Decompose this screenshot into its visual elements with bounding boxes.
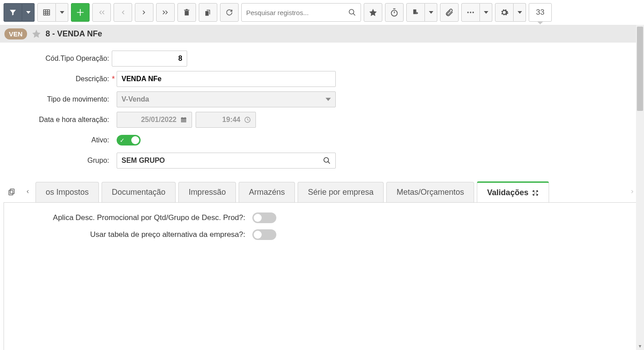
input-cod-tipo[interactable]	[112, 51, 187, 67]
tab-impostos[interactable]: os Impostos	[35, 182, 99, 202]
chevron-double-left-icon	[98, 8, 106, 16]
select-value: V-Venda	[122, 95, 149, 103]
grid-view-button[interactable]	[37, 3, 56, 22]
label-tipo-movimento: Tipo de movimento:	[9, 95, 112, 103]
favorite-button[interactable]	[364, 3, 382, 22]
next-record-button[interactable]	[135, 3, 153, 22]
svg-point-12	[472, 12, 474, 13]
caret-down-icon	[429, 10, 433, 15]
page-title: 8 - VENDA NFe	[46, 29, 102, 39]
copy-button[interactable]	[199, 3, 217, 22]
toggle-tabela-preco[interactable]	[252, 229, 276, 240]
vertical-scrollbar[interactable]: ▴ ▾	[636, 25, 644, 350]
toggle-ativo[interactable]: ✓	[117, 135, 141, 146]
svg-line-21	[328, 161, 330, 164]
caret-down-icon	[26, 10, 31, 15]
tab-impressao[interactable]: Impressão	[178, 182, 236, 202]
timer-button[interactable]	[385, 3, 404, 22]
filter-dropdown[interactable]	[22, 3, 35, 22]
select-tipo-movimento[interactable]: V-Venda	[117, 91, 336, 107]
svg-line-19	[247, 120, 249, 120]
search-icon	[348, 8, 356, 16]
tabs-copy-button[interactable]	[4, 181, 20, 202]
more-dropdown[interactable]	[480, 3, 492, 22]
last-record-button[interactable]	[156, 3, 175, 22]
tab-panel-validacoes: Aplica Desc. Promocional por Qtd/Grupo d…	[4, 202, 640, 350]
svg-rect-23	[9, 190, 13, 195]
svg-rect-0	[43, 10, 50, 15]
copy-icon	[204, 8, 212, 16]
svg-rect-14	[181, 118, 186, 119]
label-desc-promocional: Aplica Desc. Promocional por Qtd/Grupo d…	[13, 213, 252, 222]
gear-icon	[500, 8, 509, 17]
svg-point-11	[470, 12, 471, 13]
record-count: 33	[529, 3, 552, 22]
tabs-scroll-left[interactable]	[20, 181, 35, 202]
search-icon	[323, 157, 331, 165]
star-icon	[31, 29, 41, 39]
toggle-desc-promocional[interactable]	[252, 212, 276, 223]
chevron-right-icon	[629, 189, 636, 195]
prev-record-button[interactable]	[114, 3, 132, 22]
first-record-button[interactable]	[92, 3, 111, 22]
copy-icon	[8, 188, 16, 196]
tab-label: Validações	[487, 188, 528, 197]
label-cod-tipo: Cód.Tipo Operação:	[9, 55, 112, 63]
export-dropdown[interactable]	[425, 3, 437, 22]
svg-point-7	[391, 10, 397, 16]
svg-point-20	[324, 157, 329, 162]
tab-metas[interactable]: Metas/Orçamentos	[386, 182, 474, 202]
delete-button[interactable]	[177, 3, 196, 22]
svg-rect-22	[10, 189, 14, 194]
svg-point-5	[349, 9, 354, 14]
caret-down-icon	[60, 10, 64, 15]
expand-icon	[532, 189, 539, 197]
tab-validacoes[interactable]: Validações	[477, 181, 549, 202]
label-tabela-preco: Usar tabela de preço alternativa da empr…	[13, 230, 252, 239]
tabs-list: os Impostos Documentação Impressão Armaz…	[35, 181, 624, 202]
lookup-grupo[interactable]: SEM GRUPO	[117, 153, 336, 169]
favorite-star[interactable]	[31, 29, 41, 39]
time-field[interactable]: 19:44	[196, 112, 256, 128]
caret-down-icon	[484, 10, 488, 15]
settings-button-group	[495, 3, 526, 22]
chevron-left-icon	[119, 8, 127, 16]
settings-dropdown[interactable]	[514, 3, 526, 22]
tab-armazens[interactable]: Armazéns	[239, 182, 295, 202]
refresh-icon	[225, 8, 233, 16]
scroll-down-button[interactable]: ▾	[636, 342, 644, 350]
star-icon	[369, 8, 377, 17]
grid-dropdown[interactable]	[56, 3, 68, 22]
tab-documentacao[interactable]: Documentação	[102, 182, 176, 202]
add-button[interactable]	[71, 3, 90, 22]
label-descricao: Descrição:	[9, 75, 112, 83]
more-button[interactable]	[461, 3, 480, 22]
lookup-value: SEM GRUPO	[122, 157, 323, 165]
chevron-right-icon	[140, 8, 148, 16]
attach-button[interactable]	[440, 3, 459, 22]
caret-down-icon	[326, 97, 331, 102]
toolbar: 33	[0, 0, 644, 25]
search-input[interactable]	[246, 9, 348, 16]
scroll-thumb[interactable]	[637, 27, 643, 111]
form: Cód.Tipo Operação: Descrição: * Tipo de …	[0, 43, 644, 177]
clock-icon	[244, 116, 251, 123]
required-marker: *	[112, 75, 117, 84]
filter-button[interactable]	[4, 3, 22, 22]
export-icon	[412, 8, 420, 16]
date-value: 25/01/2022	[141, 116, 177, 124]
caret-down-icon	[518, 10, 522, 15]
settings-button[interactable]	[495, 3, 514, 22]
input-descricao[interactable]	[117, 71, 336, 87]
table-icon	[43, 8, 51, 16]
search-box[interactable]	[241, 3, 361, 22]
label-ativo: Ativo:	[9, 136, 112, 144]
refresh-button[interactable]	[220, 3, 239, 22]
plus-icon	[76, 8, 85, 17]
tab-serie-empresa[interactable]: Série por empresa	[298, 182, 384, 202]
type-badge: VEN	[4, 28, 27, 39]
paperclip-icon	[445, 8, 454, 17]
export-button[interactable]	[406, 3, 425, 22]
label-grupo: Grupo:	[9, 157, 112, 165]
date-field[interactable]: 25/01/2022	[117, 112, 192, 128]
